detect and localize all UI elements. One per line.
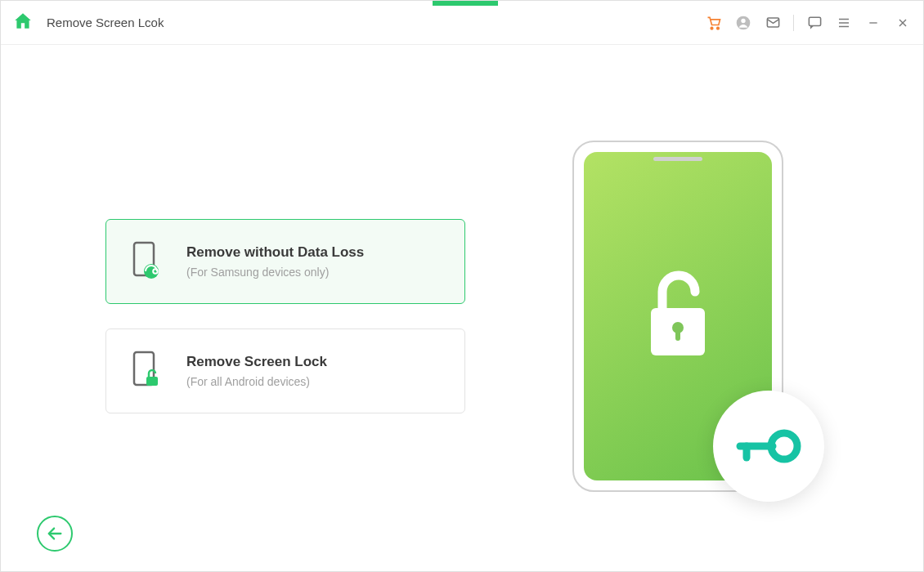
titlebar: Remove Screen Lcok bbox=[1, 1, 923, 45]
titlebar-accent bbox=[433, 1, 498, 6]
svg-point-0 bbox=[711, 27, 713, 29]
user-icon[interactable] bbox=[731, 11, 756, 35]
phone-unlock-icon bbox=[131, 351, 164, 391]
option-title: Remove Screen Lock bbox=[186, 354, 327, 370]
illustration-panel bbox=[498, 94, 858, 538]
phone-illustration bbox=[572, 141, 783, 492]
menu-icon[interactable] bbox=[832, 11, 856, 35]
feedback-icon[interactable] bbox=[802, 11, 827, 35]
separator bbox=[793, 15, 794, 31]
svg-rect-19 bbox=[675, 329, 680, 341]
page-title: Remove Screen Lcok bbox=[47, 16, 164, 29]
app-window: Remove Screen Lcok bbox=[0, 0, 924, 572]
option-remove-screen-lock[interactable]: Remove Screen Lock (For all Android devi… bbox=[105, 328, 465, 413]
back-button[interactable] bbox=[37, 516, 73, 552]
titlebar-icons bbox=[702, 11, 915, 35]
cart-icon[interactable] bbox=[702, 11, 726, 35]
svg-rect-16 bbox=[146, 377, 158, 386]
option-subtitle: (For all Android devices) bbox=[186, 375, 327, 388]
svg-point-1 bbox=[717, 27, 720, 29]
option-subtitle: (For Samsung devices only) bbox=[186, 266, 364, 279]
unlock-icon bbox=[641, 267, 715, 365]
phone-notch bbox=[653, 157, 702, 161]
content: Remove without Data Loss (For Samsung de… bbox=[1, 45, 923, 571]
svg-point-3 bbox=[741, 18, 745, 22]
mail-icon[interactable] bbox=[760, 11, 785, 35]
option-remove-without-data-loss[interactable]: Remove without Data Loss (For Samsung de… bbox=[105, 219, 465, 304]
minimize-button[interactable] bbox=[861, 11, 886, 35]
phone-check-icon bbox=[131, 241, 164, 282]
options-panel: Remove without Data Loss (For Samsung de… bbox=[105, 94, 498, 538]
option-title: Remove without Data Loss bbox=[186, 244, 364, 261]
svg-rect-5 bbox=[809, 17, 820, 25]
key-badge-icon bbox=[713, 391, 824, 502]
close-button[interactable] bbox=[890, 11, 915, 35]
home-icon[interactable] bbox=[12, 11, 34, 35]
